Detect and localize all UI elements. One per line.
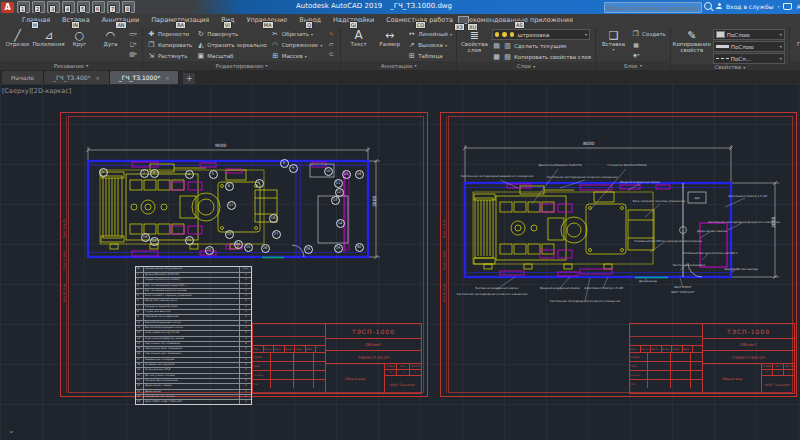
window-title: Autodesk AutoCAD 2019 _ГЧ_ТЗ.1000.dwg (296, 2, 452, 10)
block-editor-button[interactable]: ▦ (631, 40, 641, 49)
text-button[interactable]: АТекст (345, 29, 372, 48)
account-icon[interactable] (716, 3, 722, 9)
ribbon-tab[interactable]: Вид VI (215, 14, 240, 27)
keytip-badge: GI (349, 21, 358, 29)
ellipse-button[interactable]: ◻▾ (128, 39, 138, 48)
close-icon[interactable]: ✕ (96, 75, 100, 81)
titleblock-role-row: Разраб. (253, 352, 325, 361)
linetype-dropdown[interactable]: ПоСл...▾ (713, 53, 785, 64)
layer-dropdown[interactable]: штриховка ▾ (492, 29, 590, 40)
qat-button[interactable]: 5 (77, 1, 90, 13)
search-icon[interactable] (704, 2, 712, 10)
titleblock-organization: ООО "Технолог" (385, 376, 421, 393)
qat-button[interactable]: 2 (32, 1, 45, 13)
table-row: 5 Блок силовой с панелью управления 1 (136, 293, 251, 298)
color-dropdown[interactable]: ПоСлою▾ (713, 29, 785, 40)
panel-label-layers[interactable]: Слои▾ (457, 62, 595, 70)
table-button[interactable]: ⊞Таблица (407, 51, 452, 61)
trim-button[interactable]: ✂Обрезать▾ (271, 29, 323, 39)
panel-label-draw[interactable]: Рисование▾ (0, 61, 142, 70)
close-icon[interactable]: ✕ (165, 75, 169, 81)
group-button[interactable]: ▣Группа (794, 29, 800, 48)
titleblock-object: Объект (326, 339, 421, 351)
lineweight-dropdown[interactable]: ПоСлою▾ (713, 41, 785, 52)
line-button[interactable]: ╱Отрезок (4, 29, 31, 48)
help-search[interactable] (604, 2, 702, 13)
polyline-label: Полилиния (32, 42, 64, 48)
panel-label-annotation[interactable]: Аннотации▾ (341, 61, 456, 70)
ribbon-tab[interactable]: Вставка IN (56, 14, 96, 27)
table-row: 15 Светильник авар. освещения 2 (136, 346, 251, 351)
linear-dim-button[interactable]: ↔Линейный▾ (407, 29, 452, 39)
viewport-controls[interactable]: [Сверху][2D-каркас] (2, 87, 71, 95)
qat-button[interactable]: 6 (92, 1, 105, 13)
qat-button[interactable]: 4 (62, 1, 75, 13)
array-button[interactable]: ⊞Массив▾ (271, 51, 323, 61)
layer-properties-button[interactable]: ≣Свойства слоя (461, 29, 488, 54)
panel-label-groups[interactable]: Группы▾ (790, 61, 800, 70)
copy-button[interactable]: ❐Копировать (147, 40, 192, 50)
circle-button[interactable]: ○Круг (66, 29, 93, 48)
hatch-button[interactable]: ▨▾ (128, 49, 138, 58)
ribbon-tab[interactable]: Аннотации AN (96, 14, 146, 27)
ribbon-tab[interactable]: Надстройки GI (327, 14, 380, 27)
ribbon-tab[interactable]: Совместная работа CO (380, 14, 459, 27)
explode-button[interactable]: ▱ (326, 39, 336, 48)
autodesk-a-icon[interactable]: A (796, 3, 800, 10)
titleblock-slr-label: Лист (773, 364, 784, 369)
app-menu-button[interactable]: A (1, 2, 14, 13)
layer-lock-icon[interactable] (510, 32, 515, 37)
qat-button[interactable]: 8 (122, 1, 135, 13)
qat-button[interactable]: 1 (17, 1, 30, 13)
rectangle-button[interactable]: ▭▾ (128, 29, 138, 38)
app-store-icon[interactable] (783, 3, 792, 10)
file-tab-1000[interactable]: _ГЧ_ТЗ.1000*✕ (110, 71, 180, 84)
ribbon-tab[interactable]: Главная H (16, 14, 56, 27)
table-row: 8 Глушитель выхлопа 1 (136, 309, 251, 314)
dim-value: 3000 (372, 196, 377, 207)
create-block-icon: ❒ (631, 30, 640, 38)
panel-label-block[interactable]: Блок▾ (596, 61, 670, 70)
sign-in-button[interactable]: Вход в службы (726, 3, 773, 10)
titleblock-slr-label: Стадия (762, 364, 773, 369)
stretch-button[interactable]: ⇲Растянуть (147, 51, 192, 61)
rotate-button[interactable]: ↻Повернуть (196, 29, 266, 39)
file-tab-start[interactable]: Начало (2, 71, 44, 84)
search-input[interactable] (605, 5, 701, 11)
leader-icon: ↗ (407, 41, 416, 49)
match-layer-button[interactable]: ▦▧Копировать свойства слоя (492, 52, 591, 62)
move-button[interactable]: ✚Перенести (147, 29, 192, 39)
fillet-button[interactable]: ◠Сопряжение▾ (271, 40, 323, 50)
layer-freeze-icon[interactable] (502, 32, 507, 37)
arc-button[interactable]: ◠Дуга (97, 29, 124, 48)
make-current-button[interactable]: ▤▥Сделать текущим (492, 41, 591, 51)
layer-on-icon[interactable] (495, 32, 500, 37)
qat-button[interactable]: 7 (107, 1, 120, 13)
file-tab-400[interactable]: _ГЧ_ТЗ.400*✕ (44, 71, 110, 84)
ribbon-tab[interactable]: Управление MA (240, 14, 293, 27)
offset-button[interactable]: ⊂ (326, 49, 336, 58)
mirror-button[interactable]: ◭Отразить зеркально (196, 40, 266, 50)
dim-value: 8000 (583, 141, 594, 146)
qat-button[interactable]: 3 (47, 1, 60, 13)
insert-block-button[interactable]: ❑Вставка▾ (600, 29, 627, 52)
table-row: 23 Дверь входа 1 (136, 389, 251, 394)
match-properties-button[interactable]: ✎Копирование свойств (675, 29, 709, 54)
keytip-badge: 3 (49, 5, 56, 13)
scale-button[interactable]: ▣Масштаб (196, 51, 266, 61)
create-block-button[interactable]: ❒Создать (631, 29, 666, 39)
table-row: 9 Компенсатор сильфонный 1 (136, 314, 251, 319)
block-attributes-button[interactable]: ◈▾ (631, 50, 641, 59)
dimension-button[interactable]: ↔Размер (376, 29, 403, 48)
ribbon-tab[interactable]: Параметризация RA (145, 14, 215, 27)
autocad-window: A 12345678 Autodesk AutoCAD 2019 _ГЧ_ТЗ.… (0, 0, 800, 440)
erase-button[interactable]: ✎ (326, 29, 336, 38)
polyline-button[interactable]: ⊿Полилиния (35, 29, 62, 48)
new-drawing-button[interactable]: + (183, 73, 195, 84)
table-row: 24 Аварийный люк выхода 1 (136, 394, 251, 399)
keytip-badge: 5 (79, 5, 86, 13)
panel-label-modify[interactable]: Редактирование▾ (143, 61, 340, 70)
table-row: 2 Генератор Stamford HC634J 1 (136, 277, 251, 282)
ribbon-tab[interactable]: Вывод Q (293, 14, 327, 27)
leader-button[interactable]: ↗Выноска▾ (407, 40, 452, 50)
